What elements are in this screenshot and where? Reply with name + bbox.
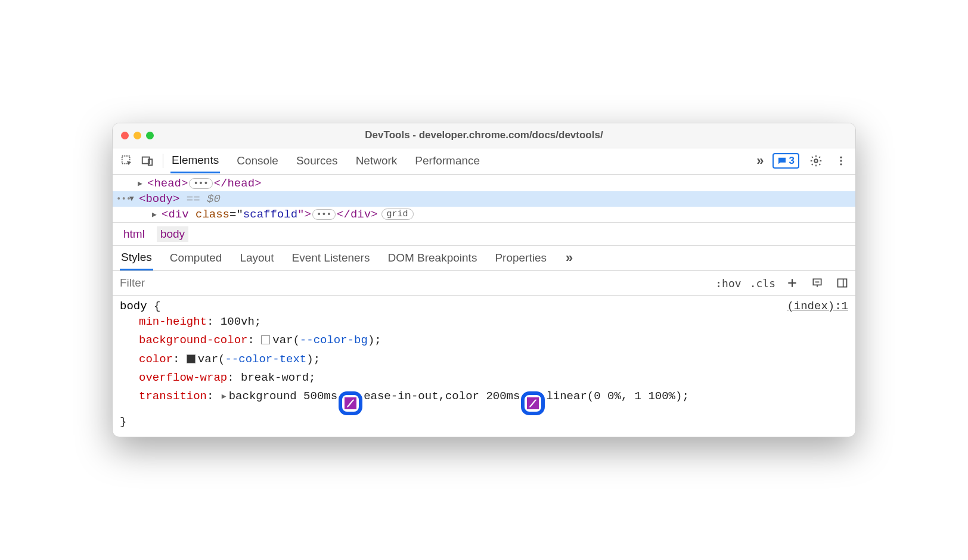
expand-icon[interactable]: ▶ bbox=[222, 390, 227, 403]
expand-icon[interactable]: ▶ bbox=[138, 179, 146, 188]
selection-indicator-icon: ••• bbox=[116, 194, 131, 204]
window-title: DevTools - developer.chrome.com/docs/dev… bbox=[122, 129, 846, 141]
panel-tabs: Elements Console Sources Network Perform… bbox=[170, 149, 481, 173]
window-controls bbox=[121, 132, 154, 139]
tab-elements[interactable]: Elements bbox=[170, 149, 220, 173]
more-menu-icon[interactable] bbox=[833, 153, 849, 169]
svg-point-4 bbox=[840, 157, 842, 158]
filter-input[interactable] bbox=[120, 276, 707, 290]
issues-count: 3 bbox=[789, 155, 795, 167]
subtab-dom-breakpoints[interactable]: DOM Breakpoints bbox=[386, 247, 478, 269]
breadcrumb-body[interactable]: body bbox=[157, 226, 188, 242]
decl-min-height[interactable]: min-height: 100vh; bbox=[120, 313, 848, 331]
svg-point-6 bbox=[840, 163, 842, 165]
devtools-window: DevTools - developer.chrome.com/docs/dev… bbox=[112, 123, 856, 437]
device-toolbar-icon[interactable] bbox=[139, 153, 156, 169]
decl-color[interactable]: color: var(--color-text); bbox=[120, 350, 848, 369]
inspect-element-icon[interactable] bbox=[119, 153, 135, 169]
new-style-rule-icon[interactable] bbox=[784, 275, 801, 291]
dom-node-body[interactable]: ••• ▼<body> == $0 bbox=[113, 191, 855, 207]
breadcrumb: html body bbox=[113, 222, 855, 246]
rule-header: body { (index):1 bbox=[120, 300, 848, 313]
svg-rect-8 bbox=[838, 279, 847, 287]
toolbar-right: » 3 bbox=[756, 153, 849, 169]
svg-point-3 bbox=[814, 160, 818, 163]
ellipsis-badge[interactable]: ••• bbox=[312, 209, 336, 220]
rule-close-brace: } bbox=[120, 415, 848, 428]
main-toolbar: Elements Console Sources Network Perform… bbox=[113, 148, 855, 175]
easing-editor-highlight bbox=[339, 391, 362, 415]
dom-node-div-scaffold[interactable]: ▶<div class="scaffold">•••</div>grid bbox=[113, 207, 855, 222]
close-window-button[interactable] bbox=[121, 132, 129, 139]
tab-network[interactable]: Network bbox=[355, 150, 399, 172]
tab-sources[interactable]: Sources bbox=[295, 150, 339, 172]
dom-node-head[interactable]: ▶<head>•••</head> bbox=[113, 176, 855, 191]
svg-point-5 bbox=[840, 160, 842, 162]
cls-toggle[interactable]: .cls bbox=[750, 277, 775, 290]
decl-background-color[interactable]: background-color: var(--color-bg); bbox=[120, 331, 848, 350]
more-tabs-icon[interactable]: » bbox=[756, 153, 764, 169]
styles-rule[interactable]: body { (index):1 min-height: 100vh; back… bbox=[113, 296, 855, 437]
subtab-computed[interactable]: Computed bbox=[169, 247, 224, 269]
tab-performance[interactable]: Performance bbox=[414, 150, 481, 172]
easing-editor-highlight bbox=[521, 391, 545, 415]
subtab-styles[interactable]: Styles bbox=[120, 246, 153, 270]
decl-transition[interactable]: transition: ▶background 500msease-in-out… bbox=[120, 387, 848, 415]
grid-badge[interactable]: grid bbox=[381, 209, 414, 220]
styles-subtabs: Styles Computed Layout Event Listeners D… bbox=[113, 246, 855, 271]
dom-tree[interactable]: ▶<head>•••</head> ••• ▼<body> == $0 ▶<di… bbox=[113, 175, 855, 222]
hover-toggle[interactable]: :hov bbox=[715, 277, 741, 290]
separator bbox=[163, 154, 163, 168]
toggle-sidebar-icon[interactable] bbox=[834, 275, 851, 291]
decl-overflow-wrap[interactable]: overflow-wrap: break-word; bbox=[120, 369, 848, 387]
subtab-properties[interactable]: Properties bbox=[494, 247, 548, 269]
titlebar: DevTools - developer.chrome.com/docs/dev… bbox=[113, 123, 855, 148]
tab-console[interactable]: Console bbox=[235, 150, 280, 172]
source-link[interactable]: (index):1 bbox=[787, 300, 848, 313]
subtab-event-listeners[interactable]: Event Listeners bbox=[290, 247, 371, 269]
computed-styles-icon[interactable] bbox=[809, 275, 826, 291]
settings-icon[interactable] bbox=[808, 153, 824, 169]
color-swatch-icon[interactable] bbox=[261, 335, 270, 344]
breadcrumb-html[interactable]: html bbox=[120, 226, 148, 242]
subtab-layout[interactable]: Layout bbox=[238, 247, 275, 269]
maximize-window-button[interactable] bbox=[146, 132, 154, 139]
rule-selector[interactable]: body { bbox=[120, 300, 160, 313]
styles-filter-row: :hov .cls bbox=[113, 271, 855, 296]
expand-icon[interactable]: ▶ bbox=[152, 210, 160, 219]
issues-badge[interactable]: 3 bbox=[772, 153, 799, 169]
chat-icon bbox=[777, 156, 787, 166]
color-swatch-icon[interactable] bbox=[187, 354, 196, 363]
more-subtabs-icon[interactable]: » bbox=[566, 250, 573, 266]
minimize-window-button[interactable] bbox=[134, 132, 141, 139]
easing-swatch-icon[interactable] bbox=[527, 397, 539, 409]
ellipsis-badge[interactable]: ••• bbox=[189, 178, 212, 189]
easing-swatch-icon[interactable] bbox=[345, 397, 356, 409]
